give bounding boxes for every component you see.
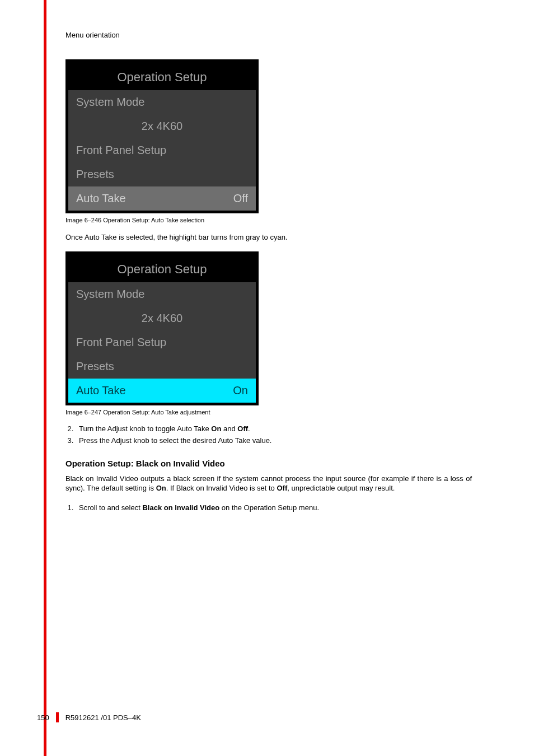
paragraph-1: Once Auto Take is selected, the highligh… xyxy=(65,232,472,242)
menu-title: Operation Setup xyxy=(68,62,256,90)
menu-item-auto-take-selected: Auto Take Off xyxy=(68,186,256,211)
text: . xyxy=(248,424,250,433)
menu-item-presets: Presets xyxy=(68,354,256,379)
step-3: Press the Adjust knob to select the desi… xyxy=(76,435,472,446)
figure-caption-1: Image 6–246 Operation Setup: Auto Take s… xyxy=(65,217,490,223)
page-number: 150 xyxy=(37,713,49,722)
bold-on: On xyxy=(211,424,221,433)
figure-operation-setup-off: Operation Setup System Mode 2x 4K60 Fron… xyxy=(65,59,259,213)
steps-list-b: Scroll to and select Black on Invalid Vi… xyxy=(65,502,472,514)
menu-value-system-mode: 2x 4K60 xyxy=(68,306,256,330)
menu-title: Operation Setup xyxy=(68,254,256,282)
step-1: Scroll to and select Black on Invalid Vi… xyxy=(76,502,472,514)
section-heading: Operation Setup: Black on Invalid Video xyxy=(65,459,490,468)
document-id: R5912621 /01 PDS–4K xyxy=(65,713,141,722)
figure-operation-setup-on: Operation Setup System Mode 2x 4K60 Fron… xyxy=(65,251,259,405)
bold-off: Off xyxy=(277,484,287,492)
page-accent-bar xyxy=(44,0,46,756)
page-content: Menu orientation Operation Setup System … xyxy=(48,0,490,514)
figure-caption-2: Image 6–247 Operation Setup: Auto Take a… xyxy=(65,409,490,416)
text: and xyxy=(221,424,237,433)
menu-item-presets: Presets xyxy=(68,162,256,186)
page-footer: 150 R5912621 /01 PDS–4K xyxy=(37,712,141,722)
text: , unpredictable output may result. xyxy=(287,484,395,492)
text: on the Operation Setup menu. xyxy=(219,503,319,512)
menu-item-system-mode: System Mode xyxy=(68,90,256,114)
bold-black-invalid: Black on Invalid Video xyxy=(142,503,219,512)
menu-item-front-panel-setup: Front Panel Setup xyxy=(68,138,256,162)
text: Turn the Adjust knob to toggle Auto Take xyxy=(79,424,211,433)
auto-take-label: Auto Take xyxy=(76,384,126,397)
menu-item-system-mode: System Mode xyxy=(68,282,256,306)
running-header: Menu orientation xyxy=(65,31,490,39)
auto-take-value: Off xyxy=(233,192,248,205)
auto-take-label: Auto Take xyxy=(76,192,126,205)
text: Scroll to and select xyxy=(79,503,142,512)
steps-list-a: Turn the Adjust knob to toggle Auto Take… xyxy=(65,423,472,446)
menu-item-front-panel-setup: Front Panel Setup xyxy=(68,330,256,354)
bold-off: Off xyxy=(237,424,248,433)
footer-accent-bar xyxy=(56,712,59,722)
menu-value-system-mode: 2x 4K60 xyxy=(68,114,256,138)
auto-take-value: On xyxy=(233,384,248,397)
step-2: Turn the Adjust knob to toggle Auto Take… xyxy=(76,423,472,435)
menu-item-auto-take-highlighted: Auto Take On xyxy=(68,379,256,403)
bold-on: On xyxy=(156,484,166,492)
text: . If Black on Invalid Video is set to xyxy=(166,484,277,492)
paragraph-2: Black on Invalid Video outputs a black s… xyxy=(65,474,472,493)
